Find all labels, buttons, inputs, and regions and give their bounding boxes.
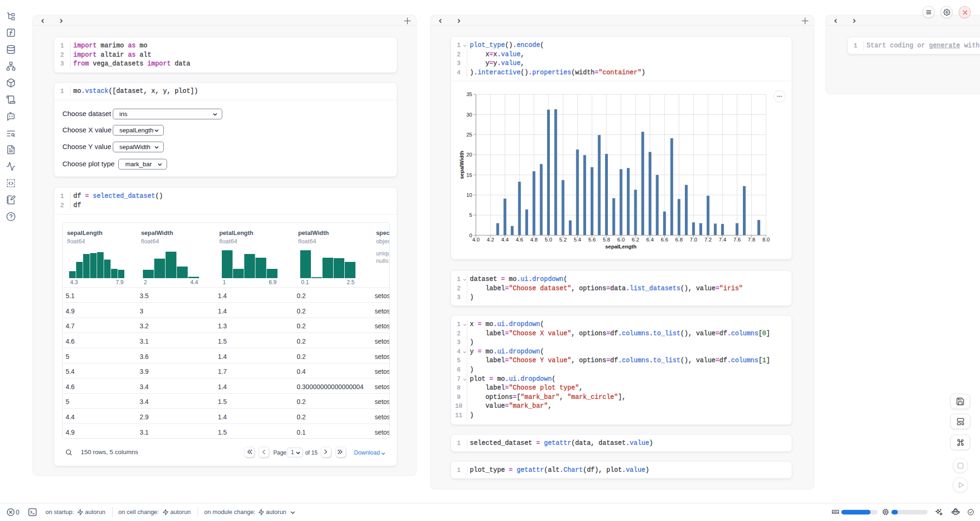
- svg-text:sepalWidth: sepalWidth: [459, 150, 464, 179]
- svg-text:7.4: 7.4: [719, 237, 727, 242]
- svg-text:4.0: 4.0: [472, 237, 479, 242]
- svg-text:5: 5: [469, 212, 472, 218]
- svg-text:5.0: 5.0: [545, 237, 552, 242]
- svg-text:6.0: 6.0: [617, 237, 625, 242]
- svg-text:30: 30: [466, 112, 472, 117]
- svg-text:7.8: 7.8: [748, 237, 755, 242]
- svg-text:35: 35: [466, 91, 472, 97]
- svg-text:7.6: 7.6: [733, 237, 741, 242]
- svg-text:7.2: 7.2: [704, 237, 711, 242]
- svg-text:4.2: 4.2: [487, 237, 494, 242]
- svg-text:6.8: 6.8: [675, 237, 683, 242]
- svg-text:sepalLength: sepalLength: [605, 244, 637, 249]
- svg-text:20: 20: [466, 152, 472, 157]
- svg-text:5.2: 5.2: [559, 237, 567, 242]
- svg-text:7.0: 7.0: [690, 237, 697, 242]
- svg-text:4.4: 4.4: [501, 237, 509, 242]
- svg-text:5.4: 5.4: [574, 237, 581, 242]
- svg-text:8.0: 8.0: [762, 237, 769, 242]
- svg-text:5.6: 5.6: [588, 237, 595, 242]
- svg-text:6.2: 6.2: [632, 237, 639, 242]
- svg-text:6.6: 6.6: [661, 237, 668, 242]
- svg-text:25: 25: [466, 132, 472, 137]
- svg-text:6.4: 6.4: [646, 237, 654, 242]
- svg-text:10: 10: [466, 192, 472, 198]
- svg-text:0: 0: [469, 233, 472, 238]
- svg-text:5.8: 5.8: [603, 237, 610, 242]
- svg-text:15: 15: [466, 172, 472, 178]
- svg-text:4.8: 4.8: [530, 237, 537, 242]
- svg-text:4.6: 4.6: [516, 237, 523, 242]
